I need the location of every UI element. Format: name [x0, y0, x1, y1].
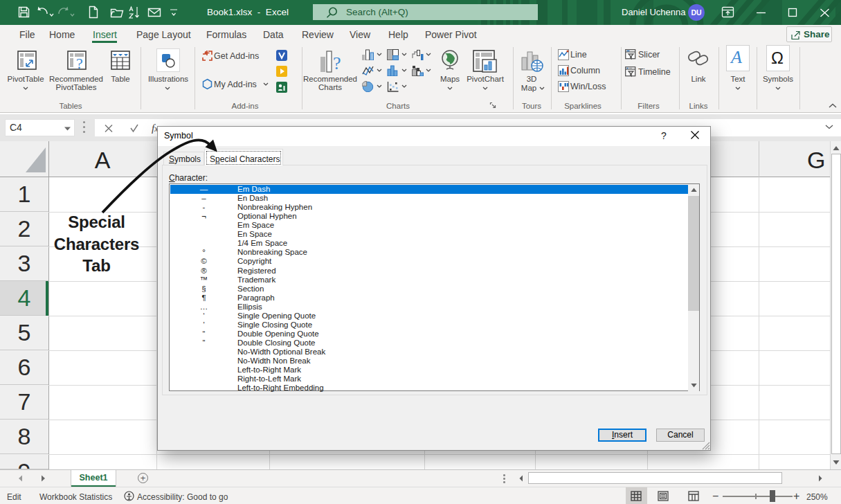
- svg-text:?: ?: [76, 55, 83, 71]
- svg-text:?: ?: [333, 53, 341, 73]
